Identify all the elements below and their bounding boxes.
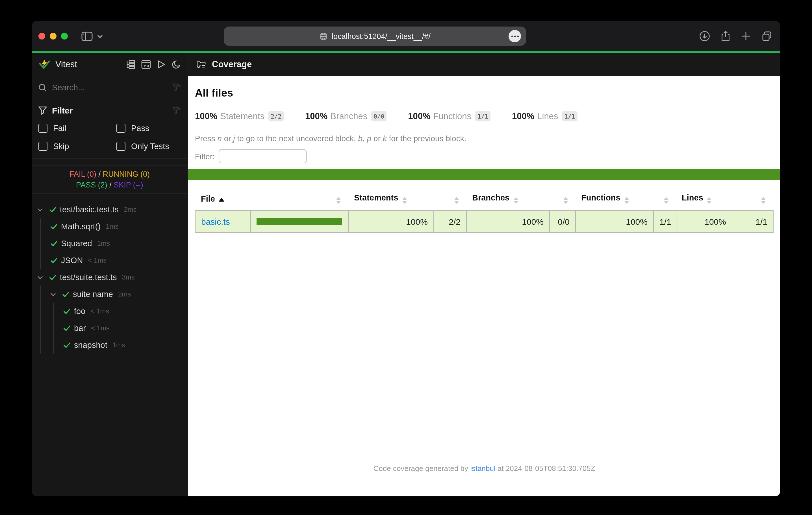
column-header-functions-raw[interactable] [654,188,676,210]
close-window-button[interactable] [38,33,45,39]
tree-view-icon[interactable] [125,60,135,69]
stat-percentage: 100% [305,111,327,121]
test-file-item[interactable]: test/suite.test.ts3ms [32,269,187,286]
sorter-icon [513,197,518,204]
sidebar-header: Vitest [32,53,187,76]
stat-label: Functions [433,111,471,121]
zoom-window-button[interactable] [61,33,68,39]
sorter-icon [664,197,668,204]
stat-percentage: 100% [408,111,430,121]
dashboard-icon[interactable] [141,60,151,69]
pass-check-icon [50,240,58,246]
chevron-down-icon[interactable] [37,275,43,279]
search-bar[interactable]: Search... [32,76,187,99]
run-all-icon[interactable] [157,60,166,69]
test-item-label: test/basic.test.ts [60,205,119,214]
lines-pct-cell: 100% [676,210,732,232]
test-duration: 2ms [124,206,137,213]
pass-check-icon [50,223,58,230]
address-bar[interactable]: localhost:51204/__vitest__/#/ [224,27,526,46]
app-title: Vitest [55,59,77,69]
stat-fraction-badge: 1/1 [562,111,577,121]
branches-frac-cell: 0/0 [550,210,576,232]
sorter-icon [563,197,568,204]
coverage-title: Coverage [212,59,252,69]
tree-guide-line [53,303,54,320]
keyboard-hint: Press n or j to go to the next uncovered… [195,134,774,143]
test-duration: 1ms [106,222,118,231]
run-summary-line-2: PASS (2) / SKIP (--) [32,180,187,190]
filter-checkbox-only-tests[interactable]: Only Tests [116,142,181,151]
url-text: localhost:51204/__vitest__/#/ [332,32,431,40]
coverage-stat-lines: 100%Lines1/1 [512,111,577,121]
downloads-icon[interactable] [699,30,710,42]
pass-check-icon [63,342,70,348]
table-filter-input[interactable] [219,149,307,163]
tab-overview-icon[interactable] [761,31,773,41]
coverage-stat-functions: 100%Functions1/1 [408,111,491,121]
coverage-header: Coverage [188,53,780,76]
chevron-down-icon[interactable] [50,292,56,296]
hint-key: k [383,134,387,143]
test-item-label: Math.sqrt() [61,222,100,231]
test-case-item[interactable]: snapshot1ms [32,337,187,354]
minimize-window-button[interactable] [50,33,57,39]
filter-checkbox-skip[interactable]: Skip [38,142,116,151]
hint-text: , [362,134,367,143]
hint-key: b [358,134,363,143]
column-header-branches[interactable]: Branches [466,188,550,210]
column-header-functions[interactable]: Functions [576,188,654,210]
sidebar-toggle-icon[interactable] [81,31,93,41]
filter-checkbox-fail[interactable]: Fail [38,124,116,133]
test-case-item[interactable]: Squared1ms [32,235,187,252]
filter-title: Filter [52,105,72,115]
main-panel: Coverage All files 100%Statements2/2100%… [188,53,780,496]
tree-guide-line [40,286,41,303]
istanbul-link[interactable]: istanbul [470,464,496,473]
column-header-statements[interactable]: Statements [348,188,434,210]
clear-search-filter-icon[interactable] [172,84,181,91]
stat-fraction-badge: 0/0 [371,111,386,121]
sorter-icon [454,197,459,204]
column-header-file[interactable]: File [195,188,251,210]
tree-guide-line [40,303,41,320]
coverage-report-icon [196,60,206,69]
test-case-item[interactable]: suite name2ms [32,286,187,303]
share-icon[interactable] [721,30,731,42]
clear-filter-icon[interactable] [172,107,181,114]
coverage-status-line [188,169,780,180]
file-link[interactable]: basic.ts [201,217,230,226]
column-header-lines[interactable]: Lines [676,188,732,210]
test-case-item[interactable]: foo< 1ms [32,303,187,320]
footer-text: Code coverage generated by [374,464,470,473]
fail-count: FAIL (0) [69,170,96,178]
test-item-label: snapshot [74,340,107,350]
hint-text: or [222,134,233,143]
coverage-stat-branches: 100%Branches0/0 [305,111,386,121]
test-case-item[interactable]: JSON< 1ms [32,252,187,269]
coverage-bar-cell [251,210,348,232]
sorter-icon [761,197,765,204]
coverage-stats: 100%Statements2/2100%Branches0/0100%Func… [195,111,774,121]
chevron-down-icon[interactable] [37,208,43,211]
filter-checkbox-pass[interactable]: Pass [116,124,181,133]
vitest-sidebar: Vitest [32,53,188,496]
filter-icon [38,106,47,115]
test-file-item[interactable]: test/basic.test.ts2ms [32,201,187,218]
pass-check-icon [49,274,57,280]
page-settings-button[interactable] [509,30,521,42]
running-count: RUNNING (0) [103,170,150,178]
stat-fraction-badge: 1/1 [475,111,491,121]
column-header-graph[interactable] [251,188,348,210]
dark-mode-icon[interactable] [172,60,181,69]
sidebar-chevron-icon[interactable] [97,34,103,38]
column-header-branches-raw[interactable] [550,188,576,210]
checkbox-icon [116,142,125,151]
column-header-lines-raw[interactable] [732,188,773,210]
test-case-item[interactable]: Math.sqrt()1ms [32,218,187,235]
stat-label: Statements [220,111,264,121]
test-case-item[interactable]: bar< 1ms [32,320,187,337]
column-header-statements-raw[interactable] [434,188,466,210]
coverage-bar [257,218,342,225]
new-tab-icon[interactable] [741,31,751,41]
